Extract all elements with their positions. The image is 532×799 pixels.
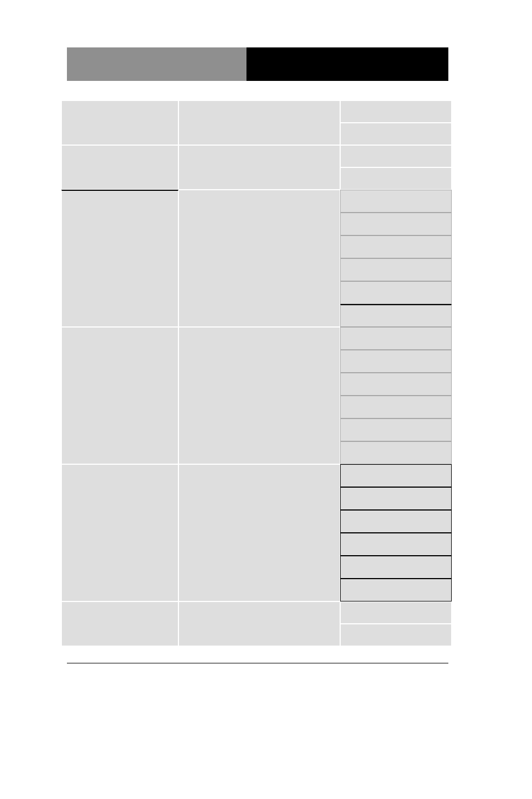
header-left <box>67 47 246 81</box>
group-3-mid-1 <box>340 350 452 373</box>
group-2-mid-3 <box>340 258 452 281</box>
group-2-mid-1 <box>340 213 452 235</box>
group-5-right <box>178 601 340 646</box>
group-4-mid-2 <box>340 510 452 533</box>
group-5-mid-0 <box>340 601 452 624</box>
group-4-mid-1 <box>340 487 452 510</box>
group-2-mid-0 <box>340 190 452 213</box>
spec-table <box>61 100 452 646</box>
group-2-left <box>61 190 178 327</box>
group-2-mid-2 <box>340 235 452 258</box>
group-1-right <box>178 145 340 190</box>
group-1-mid-1 <box>340 167 452 190</box>
group-3-mid-0 <box>340 327 452 350</box>
group-3-mid-2 <box>340 373 452 396</box>
group-4-mid-5 <box>340 579 452 601</box>
group-0-right <box>178 100 340 145</box>
group-3-right <box>178 327 340 464</box>
group-4-right <box>178 464 340 601</box>
header-bar <box>67 47 448 81</box>
group-2-right <box>178 190 340 327</box>
group-3-left <box>61 327 178 464</box>
group-1-left <box>61 145 178 190</box>
group-3-mid-3 <box>340 396 452 418</box>
group-4-mid-4 <box>340 556 452 579</box>
footer-rule <box>67 663 448 663</box>
group-5-left <box>61 601 178 646</box>
group-5-mid-1 <box>340 624 452 646</box>
group-1-mid-0 <box>340 145 452 167</box>
group-4-mid-3 <box>340 533 452 556</box>
group-3-mid-4 <box>340 418 452 441</box>
group-3-mid-5 <box>340 441 452 464</box>
group-4-left <box>61 464 178 601</box>
group-4-mid-0 <box>340 464 452 487</box>
group-2-mid-4 <box>340 281 452 304</box>
group-2-mid-5 <box>340 304 452 327</box>
group-0-mid-0 <box>340 100 452 123</box>
group-0-mid-1 <box>340 123 452 145</box>
group-0-left <box>61 100 178 145</box>
header-right <box>246 47 448 81</box>
